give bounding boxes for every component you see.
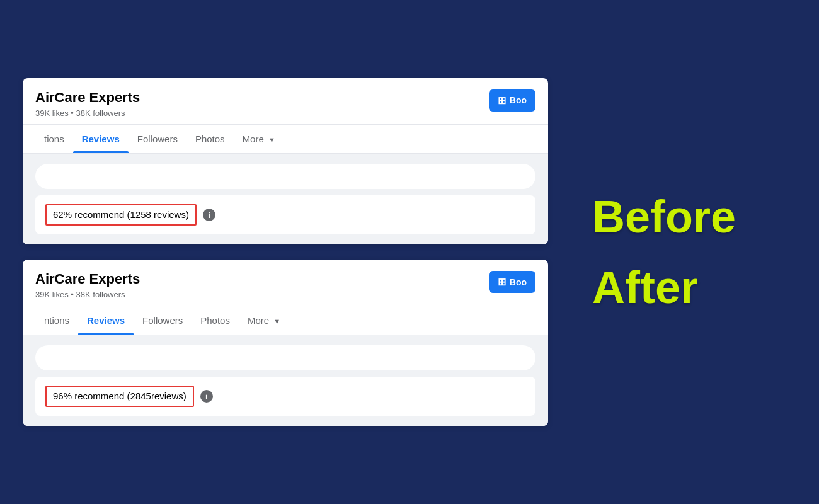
before-tab-mentions[interactable]: tions [35, 125, 73, 153]
after-tab-mentions-label: ntions [44, 315, 69, 326]
before-tab-followers[interactable]: Followers [129, 125, 186, 153]
before-tab-reviews-label: Reviews [82, 134, 120, 144]
after-info-label: i [205, 392, 208, 401]
after-recommend-text: 96% recommend (2845reviews) [53, 391, 186, 401]
before-recommend-box: 62% recommend (1258 reviews) [45, 204, 197, 226]
before-tab-mentions-label: tions [44, 134, 64, 144]
before-more-chevron-icon: ▼ [268, 136, 275, 144]
after-card-header: AirCare Experts 39K likes • 38K follower… [23, 260, 548, 306]
after-page-title: AirCare Experts [35, 271, 140, 287]
before-book-label: Boo [510, 95, 527, 105]
after-tab-followers-label: Followers [142, 315, 183, 326]
before-recommend-row: 62% recommend (1258 reviews) i [35, 195, 536, 234]
before-card: AirCare Experts 39K likes • 38K follower… [23, 78, 548, 244]
after-recommend-box: 96% recommend (2845reviews) [45, 386, 194, 407]
after-tab-reviews-label: Reviews [87, 315, 125, 326]
left-panel: AirCare Experts 39K likes • 38K follower… [0, 0, 567, 504]
after-nav-tabs: ntions Reviews Followers Photos More ▼ [23, 306, 548, 335]
after-info-icon[interactable]: i [200, 390, 213, 403]
before-recommend-text: 62% recommend (1258 reviews) [53, 209, 189, 220]
before-page-title: AirCare Experts [35, 89, 140, 106]
after-tab-more[interactable]: More ▼ [239, 306, 289, 335]
after-tab-followers[interactable]: Followers [134, 306, 192, 335]
before-tab-reviews[interactable]: Reviews [73, 125, 129, 153]
before-info-icon[interactable]: i [203, 209, 215, 221]
after-book-label: Boo [510, 277, 527, 287]
before-card-header: AirCare Experts 39K likes • 38K follower… [23, 78, 548, 125]
before-tab-more-label: More [243, 134, 264, 144]
before-book-icon: ⊞ [498, 94, 506, 106]
before-tab-photos[interactable]: Photos [186, 125, 234, 153]
before-page-info: AirCare Experts 39K likes • 38K follower… [35, 89, 140, 118]
before-page-subtitle: 39K likes • 38K followers [35, 108, 140, 118]
before-card-content: 62% recommend (1258 reviews) i [23, 154, 548, 244]
after-recommend-row: 96% recommend (2845reviews) i [35, 377, 536, 416]
after-tab-more-label: More [248, 315, 269, 326]
after-card: AirCare Experts 39K likes • 38K follower… [23, 260, 548, 426]
before-label: Before [592, 194, 736, 239]
right-panel: Before After [567, 0, 819, 504]
after-search-bar[interactable] [35, 345, 536, 370]
before-info-label: i [208, 210, 210, 220]
after-book-icon: ⊞ [498, 276, 506, 288]
after-card-content: 96% recommend (2845reviews) i [23, 335, 548, 426]
after-tab-mentions[interactable]: ntions [35, 306, 78, 335]
after-page-info: AirCare Experts 39K likes • 38K follower… [35, 271, 140, 299]
before-tab-photos-label: Photos [195, 134, 225, 144]
before-nav-tabs: tions Reviews Followers Photos More ▼ [23, 125, 548, 154]
after-page-subtitle: 39K likes • 38K followers [35, 290, 140, 299]
after-more-chevron-icon: ▼ [273, 318, 280, 325]
after-book-button[interactable]: ⊞ Boo [489, 271, 536, 293]
after-tab-photos[interactable]: Photos [192, 306, 239, 335]
before-book-button[interactable]: ⊞ Boo [489, 89, 536, 112]
after-label: After [592, 265, 698, 310]
before-tab-followers-label: Followers [137, 134, 178, 144]
before-tab-more[interactable]: More ▼ [234, 125, 284, 153]
before-search-bar[interactable] [35, 164, 536, 189]
after-tab-reviews[interactable]: Reviews [78, 306, 134, 335]
after-tab-photos-label: Photos [200, 315, 230, 326]
